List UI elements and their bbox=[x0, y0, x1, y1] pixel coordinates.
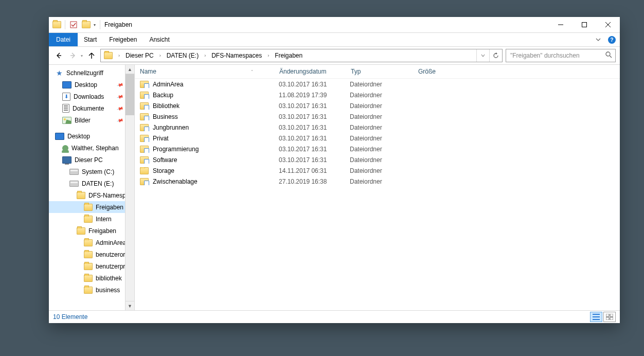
ribbon-tab-file[interactable]: Datei bbox=[49, 33, 78, 46]
file-name: Bibliothek bbox=[153, 102, 180, 110]
folder-icon bbox=[77, 227, 85, 235]
tree-scrollbar[interactable]: ▲ ▼ bbox=[126, 65, 135, 310]
thumbnails-view-button[interactable] bbox=[603, 312, 616, 322]
tree-item-label: bibliothek bbox=[96, 275, 122, 282]
tree-item[interactable]: Desktop📌 bbox=[49, 79, 125, 91]
tree-item-label: Intern bbox=[96, 216, 112, 223]
search-icon[interactable] bbox=[605, 51, 612, 60]
table-row[interactable]: Backup11.08.2019 17:39Dateiordner bbox=[135, 90, 620, 100]
status-bar: 10 Elemente bbox=[49, 310, 620, 323]
chevron-right-icon[interactable]: › bbox=[157, 53, 164, 58]
tree-item[interactable]: benutzerprofile bbox=[49, 260, 125, 272]
shared-folder-icon bbox=[140, 92, 149, 99]
close-button[interactable] bbox=[596, 17, 620, 32]
column-header-name[interactable]: Name ˄ bbox=[135, 65, 274, 78]
table-row[interactable]: Business03.10.2017 16:31Dateiordner bbox=[135, 111, 620, 122]
folder-icon bbox=[84, 287, 93, 294]
folder-icon bbox=[84, 239, 93, 246]
tree-item-label: DATEN (E:) bbox=[82, 180, 114, 187]
tree-item[interactable]: Bilder📌 bbox=[49, 114, 125, 126]
tree-item[interactable]: Dieser PC bbox=[49, 154, 125, 166]
scroll-down-button[interactable]: ▼ bbox=[126, 301, 134, 310]
tree-item[interactable]: business bbox=[49, 284, 125, 296]
help-button[interactable]: ? bbox=[608, 36, 616, 44]
folder-icon bbox=[140, 167, 149, 174]
tree-item[interactable]: Desktop bbox=[49, 130, 125, 142]
chevron-right-icon[interactable]: › bbox=[265, 53, 272, 58]
forward-button[interactable] bbox=[67, 50, 79, 61]
qat-customize-chevron[interactable]: ▾ bbox=[94, 23, 96, 27]
chevron-right-icon[interactable]: › bbox=[116, 53, 122, 58]
file-type: Dateiordner bbox=[345, 113, 412, 120]
address-root-icon[interactable] bbox=[101, 49, 116, 62]
breadcrumb-segment[interactable]: Freigaben bbox=[272, 49, 306, 62]
breadcrumb-segment[interactable]: DFS-Namespaces bbox=[208, 49, 265, 62]
column-header-type[interactable]: Typ bbox=[346, 65, 413, 78]
tree-item-label: Freigaben bbox=[88, 227, 116, 235]
tree-item[interactable]: bibliothek bbox=[49, 272, 125, 284]
qat-newfolder-button[interactable] bbox=[80, 19, 92, 30]
shared-folder-icon bbox=[140, 178, 149, 185]
breadcrumb-segment[interactable]: DATEN (E:) bbox=[164, 49, 202, 62]
breadcrumb-segment[interactable]: Dieser PC bbox=[122, 49, 157, 62]
address-bar[interactable]: › Dieser PC›DATEN (E:)›DFS-Namespaces›Fr… bbox=[100, 49, 503, 62]
window-controls bbox=[549, 17, 620, 32]
file-date: 03.10.2017 16:31 bbox=[274, 124, 345, 131]
ribbon-tab-start[interactable]: Start bbox=[78, 33, 103, 46]
maximize-button[interactable] bbox=[573, 17, 596, 32]
ribbon-tab-freigeben[interactable]: Freigeben bbox=[103, 33, 143, 46]
column-header-size[interactable]: Größe bbox=[413, 65, 470, 78]
tree-item[interactable]: benutzerordner bbox=[49, 248, 125, 260]
svg-point-7 bbox=[606, 52, 610, 56]
tree-item[interactable]: Freigaben bbox=[49, 201, 125, 213]
pin-icon: 📌 bbox=[116, 116, 124, 123]
column-header-name-label: Name bbox=[140, 68, 156, 75]
tree-item[interactable]: System (C:) bbox=[49, 166, 125, 177]
tree-item[interactable]: AdminArea bbox=[49, 237, 125, 248]
file-date: 27.10.2019 16:38 bbox=[274, 178, 345, 185]
chevron-right-icon[interactable]: › bbox=[202, 53, 208, 58]
table-row[interactable]: Jungbrunnen03.10.2017 16:31Dateiordner bbox=[135, 122, 620, 133]
refresh-button[interactable] bbox=[489, 49, 502, 62]
tree-item[interactable]: ★Schnellzugriff bbox=[49, 67, 125, 79]
table-row[interactable]: Zwischenablage27.10.2019 16:38Dateiordne… bbox=[135, 176, 620, 187]
up-button[interactable] bbox=[86, 50, 97, 61]
ribbon-expand-chevron[interactable] bbox=[594, 35, 603, 44]
scroll-up-button[interactable]: ▲ bbox=[126, 65, 134, 74]
user-icon bbox=[62, 145, 68, 151]
tree-item[interactable]: DATEN (E:) bbox=[49, 177, 125, 189]
navigation-tree[interactable]: ★SchnellzugriffDesktop📌Downloads📌Dokumen… bbox=[49, 65, 126, 310]
recent-locations-chevron[interactable]: ▾ bbox=[81, 54, 83, 58]
table-row[interactable]: Storage14.11.2017 06:31Dateiordner bbox=[135, 165, 620, 176]
tree-item[interactable]: Walther, Stephan bbox=[49, 142, 125, 154]
back-button[interactable] bbox=[53, 50, 64, 61]
table-row[interactable]: Bibliothek03.10.2017 16:31Dateiordner bbox=[135, 100, 620, 111]
scroll-thumb[interactable] bbox=[126, 74, 134, 115]
tree-item-label: Freigaben bbox=[96, 204, 123, 211]
address-history-chevron[interactable] bbox=[476, 49, 489, 62]
file-date: 03.10.2017 16:31 bbox=[274, 81, 345, 88]
titlebar: ▾ Freigaben bbox=[49, 17, 620, 33]
table-row[interactable]: Privat03.10.2017 16:31Dateiordner bbox=[135, 133, 620, 144]
file-name: Jungbrunnen bbox=[153, 124, 189, 131]
tree-item[interactable]: Downloads📌 bbox=[49, 91, 125, 102]
ribbon-tab-ansicht[interactable]: Ansicht bbox=[143, 33, 175, 46]
tree-item[interactable]: DFS-Namespaces bbox=[49, 189, 125, 201]
details-view-button[interactable] bbox=[590, 312, 602, 322]
file-name: Backup bbox=[153, 92, 173, 99]
tree-item-label: Dokumente bbox=[73, 105, 104, 112]
file-date: 03.10.2017 16:31 bbox=[274, 156, 345, 164]
tree-item[interactable]: Dokumente📌 bbox=[49, 102, 125, 114]
tree-item[interactable]: Intern bbox=[49, 213, 125, 225]
table-row[interactable]: Software03.10.2017 16:31Dateiordner bbox=[135, 154, 620, 165]
shared-folder-icon bbox=[140, 124, 149, 131]
qat-properties-button[interactable] bbox=[68, 19, 79, 30]
search-input[interactable] bbox=[509, 51, 605, 60]
minimize-button[interactable] bbox=[549, 17, 573, 32]
tree-item[interactable]: Freigaben bbox=[49, 225, 125, 237]
column-header-date[interactable]: Änderungsdatum bbox=[274, 65, 346, 78]
table-row[interactable]: AdminArea03.10.2017 16:31Dateiordner bbox=[135, 79, 620, 90]
navigation-row: ▾ › Dieser PC›DATEN (E:)›DFS-Namespaces›… bbox=[49, 47, 620, 65]
search-box[interactable] bbox=[506, 49, 616, 62]
table-row[interactable]: Programmierung03.10.2017 16:31Dateiordne… bbox=[135, 144, 620, 154]
